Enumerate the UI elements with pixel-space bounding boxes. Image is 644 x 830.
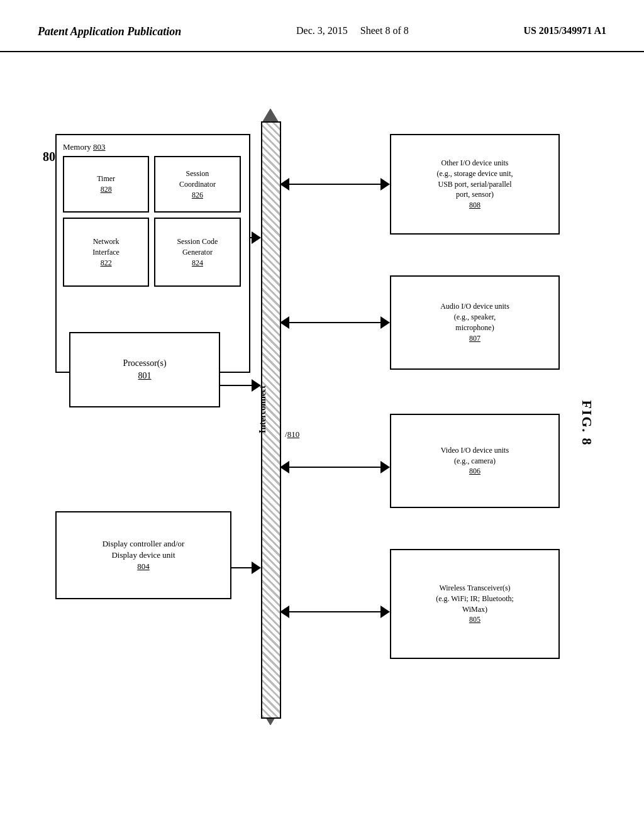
header: Patent Application Publication Dec. 3, 2…: [0, 0, 644, 52]
network-interface-box: NetworkInterface822: [63, 218, 149, 287]
audio-io-box: Audio I/O device units(e.g., speaker,mic…: [390, 275, 560, 370]
wireless-box: Wireless Transceiver(s)(e.g. WiFi; IR; B…: [390, 549, 560, 659]
patent-number: US 2015/349971 A1: [523, 25, 606, 36]
svg-marker-14: [380, 316, 390, 329]
svg-marker-17: [380, 461, 390, 473]
svg-marker-12: [280, 178, 289, 191]
sheet-info: Sheet 8 of 8: [360, 25, 409, 36]
memory-label: Memory 803: [63, 141, 106, 153]
header-date-sheet: Dec. 3, 2015 Sheet 8 of 8: [296, 25, 409, 36]
interconnect-num: /810: [285, 429, 299, 440]
svg-marker-15: [280, 316, 289, 329]
pub-date: Dec. 3, 2015: [296, 25, 348, 36]
processor-box: Processor(s)801: [69, 332, 220, 407]
svg-marker-11: [380, 178, 390, 191]
page: Patent Application Publication Dec. 3, 2…: [0, 0, 644, 830]
publication-title: Patent Application Publication: [38, 25, 181, 38]
session-coordinator-box: SessionCoordinator826: [154, 156, 240, 213]
fig-label: FIG. 8: [578, 400, 594, 446]
interconnect-label: Interconnect: [258, 385, 268, 433]
display-box: Display controller and/orDisplay device …: [55, 511, 231, 599]
svg-marker-3: [252, 231, 261, 244]
svg-marker-9: [252, 562, 261, 574]
session-code-generator-box: Session CodeGenerator824: [154, 218, 240, 287]
svg-marker-18: [280, 461, 289, 473]
svg-marker-21: [280, 606, 289, 618]
timer-box: Timer828: [63, 156, 149, 213]
video-io-box: Video I/O device units(e.g., camera)806: [390, 414, 560, 508]
other-io-box: Other I/O device units(e.g., storage dev…: [390, 134, 560, 235]
svg-marker-20: [380, 606, 390, 618]
diagram-area: FIG. 8 800: [0, 52, 644, 794]
